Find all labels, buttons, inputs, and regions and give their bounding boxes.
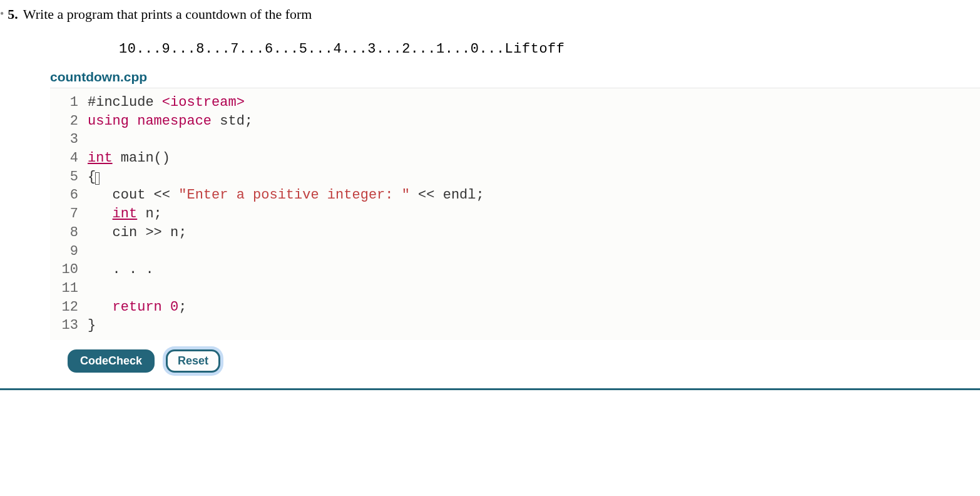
exercise-container: • 5. Write a program that prints a count… [0,0,980,390]
code-line[interactable]: return 0; [88,298,980,317]
code-line[interactable] [88,130,980,149]
code-line[interactable]: cin >> n; [88,224,980,242]
question-number: 5. [8,6,18,23]
line-number: 9 [56,242,78,261]
text-cursor [95,172,100,185]
code-line[interactable]: int n; [88,205,980,224]
code-editor[interactable]: 12345678910111213 #include <iostream>usi… [50,88,980,340]
reset-button[interactable]: Reset [166,349,220,373]
button-row: CodeCheck Reset [68,349,980,373]
code-line[interactable]: . . . [88,261,980,279]
code-line[interactable] [88,242,980,261]
line-number: 10 [56,261,78,279]
line-number: 6 [56,186,78,205]
line-number: 12 [56,298,78,317]
line-number: 11 [56,279,78,298]
code-line[interactable]: { [88,168,980,187]
code-line[interactable]: #include <iostream> [88,93,980,112]
code-line[interactable]: } [88,316,980,335]
line-number: 5 [56,168,78,187]
code-line[interactable] [88,279,980,298]
code-content[interactable]: #include <iostream>using namespace std; … [84,88,980,340]
line-number-gutter: 12345678910111213 [50,88,84,340]
codecheck-button[interactable]: CodeCheck [68,349,155,373]
sample-output: 10...9...8...7...6...5...4...3...2...1..… [119,41,980,57]
code-line[interactable]: cout << "Enter a positive integer: " << … [88,186,980,205]
filename-label: countdown.cpp [50,70,980,85]
bullet-icon: • [0,8,4,19]
line-number: 3 [56,130,78,149]
question-header: • 5. Write a program that prints a count… [0,0,980,29]
line-number: 4 [56,149,78,168]
code-line[interactable]: using namespace std; [88,112,980,131]
line-number: 2 [56,112,78,131]
line-number: 8 [56,224,78,242]
line-number: 1 [56,93,78,112]
line-number: 13 [56,316,78,335]
section-divider [0,388,980,390]
question-text: Write a program that prints a countdown … [23,6,312,23]
code-line[interactable]: int main() [88,149,980,168]
line-number: 7 [56,205,78,224]
